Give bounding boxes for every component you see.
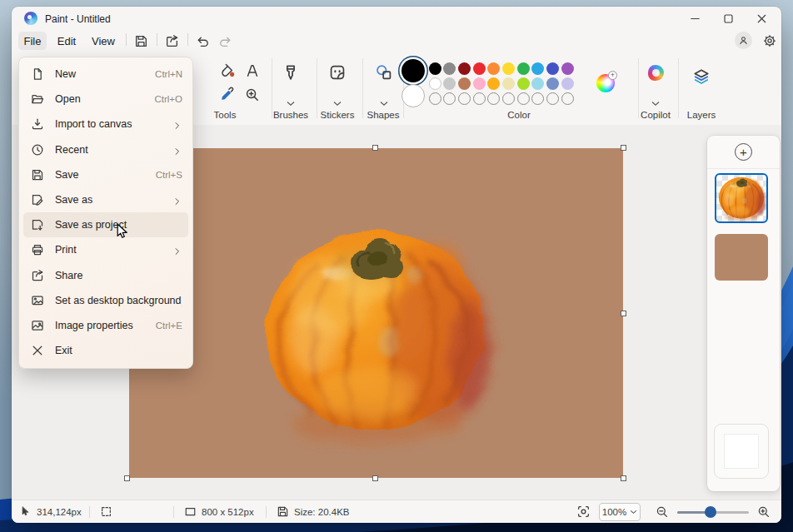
palette-swatch-empty[interactable] xyxy=(443,92,456,105)
file-menu-item-save-as-project[interactable]: Save as project xyxy=(23,212,188,237)
palette-swatch-empty[interactable] xyxy=(531,92,544,105)
copilot-label: Copilot xyxy=(641,110,671,120)
background-layer-button[interactable] xyxy=(714,424,769,479)
foreground-color-selector[interactable] xyxy=(401,59,425,82)
palette-swatch[interactable] xyxy=(429,77,441,90)
file-menu-item-share[interactable]: Share xyxy=(23,263,188,288)
share-button[interactable] xyxy=(162,32,182,50)
copilot-dropdown[interactable] xyxy=(651,95,661,101)
open-icon xyxy=(31,92,44,106)
file-menu-item-image-properties[interactable]: Image propertiesCtrl+E xyxy=(23,313,188,338)
palette-swatch[interactable] xyxy=(487,62,500,75)
file-menu-item-open[interactable]: OpenCtrl+O xyxy=(23,87,188,112)
shapes-button[interactable] xyxy=(375,63,393,82)
palette-swatch[interactable] xyxy=(546,62,559,75)
undo-button[interactable] xyxy=(192,32,212,50)
palette-swatch-empty[interactable] xyxy=(561,92,574,105)
palette-swatch[interactable] xyxy=(517,77,530,90)
palette-swatch-empty[interactable] xyxy=(458,92,471,105)
file-size-icon xyxy=(277,505,289,518)
resize-handle-bottom-center[interactable] xyxy=(372,475,378,481)
ribbon-separator xyxy=(638,58,639,118)
palette-swatch-empty[interactable] xyxy=(473,92,486,105)
palette-swatch[interactable] xyxy=(561,62,574,75)
resize-handle-top-center[interactable] xyxy=(372,145,378,151)
brushes-button[interactable] xyxy=(282,63,300,82)
palette-swatch[interactable] xyxy=(458,77,471,90)
palette-swatch-empty[interactable] xyxy=(502,92,515,105)
brushes-dropdown[interactable] xyxy=(287,95,296,101)
file-menu-item-import-to-canvas[interactable]: Import to canvas xyxy=(23,112,188,137)
drawing-canvas[interactable] xyxy=(129,148,623,478)
zoom-in-button[interactable] xyxy=(757,505,771,519)
file-menu-item-save[interactable]: SaveCtrl+S xyxy=(23,162,188,187)
palette-swatch[interactable] xyxy=(487,77,500,90)
background-color-selector[interactable] xyxy=(401,84,425,107)
resize-handle-bottom-right[interactable] xyxy=(621,475,626,481)
menu-edit[interactable]: Edit xyxy=(52,32,82,50)
palette-swatch[interactable] xyxy=(517,62,530,75)
share-icon xyxy=(165,34,179,48)
chevron-right-icon xyxy=(172,245,182,255)
palette-swatch[interactable] xyxy=(561,77,574,90)
layers-button[interactable] xyxy=(692,67,711,86)
stickers-button[interactable] xyxy=(328,63,347,82)
palette-swatch[interactable] xyxy=(443,77,456,90)
file-menu-item-print[interactable]: Print xyxy=(23,237,188,262)
settings-button[interactable] xyxy=(761,32,779,50)
eyedropper-tool[interactable] xyxy=(220,87,236,102)
file-menu-item-new[interactable]: NewCtrl+N xyxy=(23,62,188,87)
file-menu-item-set-as-desktop-background[interactable]: Set as desktop background xyxy=(23,288,188,313)
palette-swatch[interactable] xyxy=(531,62,544,75)
fit-to-screen-button[interactable] xyxy=(576,505,591,519)
palette-swatch[interactable] xyxy=(473,62,486,75)
resize-handle-top-right[interactable] xyxy=(621,145,626,151)
selection-icon xyxy=(100,505,112,518)
menu-view[interactable]: View xyxy=(87,32,120,50)
text-tool[interactable] xyxy=(245,63,261,79)
palette-swatch[interactable] xyxy=(443,62,456,75)
palette-swatch-empty[interactable] xyxy=(429,92,441,105)
close-button[interactable] xyxy=(745,7,778,30)
shapes-dropdown[interactable] xyxy=(380,95,389,101)
redo-button[interactable] xyxy=(215,32,235,50)
add-color-icon: + xyxy=(608,71,617,80)
palette-swatch[interactable] xyxy=(502,77,515,90)
resize-handle-right-middle[interactable] xyxy=(621,311,626,316)
minimize-button[interactable] xyxy=(678,7,711,30)
palette-swatch[interactable] xyxy=(473,77,486,90)
palette-swatch[interactable] xyxy=(429,62,441,75)
zoom-out-button[interactable] xyxy=(656,505,669,519)
palette-swatch-empty[interactable] xyxy=(546,92,559,105)
palette-swatch-empty[interactable] xyxy=(517,92,530,105)
magnifier-tool[interactable] xyxy=(245,87,261,103)
maximize-button[interactable] xyxy=(711,7,745,30)
file-menu-item-recent[interactable]: Recent xyxy=(23,137,188,162)
palette-swatch[interactable] xyxy=(458,62,471,75)
file-menu-dropdown: NewCtrl+NOpenCtrl+OImport to canvasRecen… xyxy=(18,57,193,369)
tools-label: Tools xyxy=(214,110,237,120)
mouse-cursor xyxy=(117,223,131,241)
titlebar[interactable]: Paint - Untitled xyxy=(12,7,781,30)
palette-swatch-empty[interactable] xyxy=(487,92,500,105)
menu-item-label: Save as xyxy=(55,194,172,206)
menu-file[interactable]: File xyxy=(18,32,47,50)
file-menu-item-exit[interactable]: Exit xyxy=(23,338,188,363)
palette-swatch[interactable] xyxy=(502,62,515,75)
layer-thumbnail-background-color[interactable] xyxy=(715,234,768,281)
palette-swatch[interactable] xyxy=(546,77,559,90)
zoom-level-dropdown[interactable]: 100% xyxy=(599,503,641,521)
add-layer-button[interactable]: + xyxy=(735,143,752,161)
file-menu-item-save-as[interactable]: Save as xyxy=(23,187,188,212)
layer-thumbnail-pumpkin[interactable] xyxy=(715,173,768,223)
zoom-slider[interactable] xyxy=(677,504,749,520)
copilot-icon[interactable] xyxy=(648,65,664,81)
fill-bucket-tool[interactable] xyxy=(220,63,236,79)
stickers-dropdown[interactable] xyxy=(333,95,342,101)
save-button[interactable] xyxy=(131,32,151,50)
slider-thumb[interactable] xyxy=(705,506,716,518)
recent-icon xyxy=(31,143,44,157)
palette-swatch[interactable] xyxy=(531,77,544,90)
account-button[interactable] xyxy=(735,32,752,49)
resize-handle-bottom-left[interactable] xyxy=(124,475,130,481)
